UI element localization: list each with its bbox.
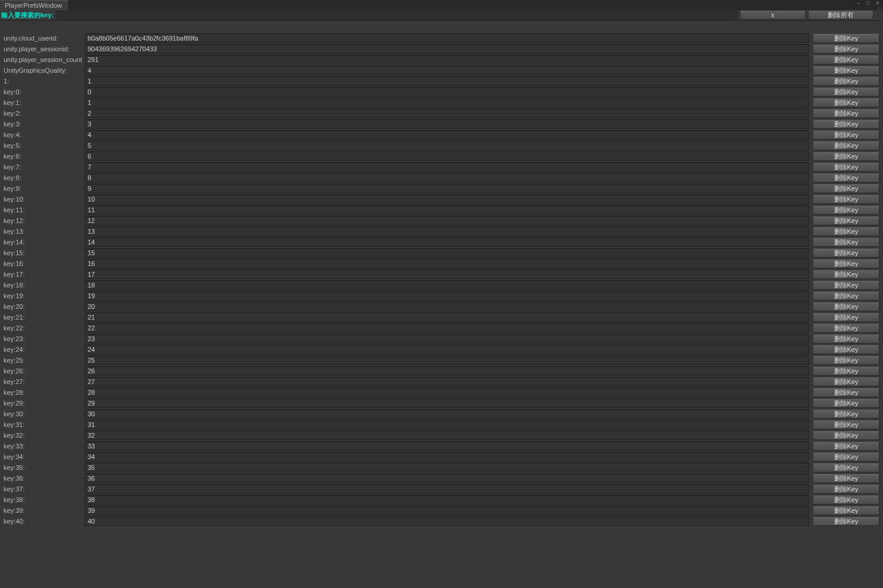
delete-key-button[interactable]: 删除Key bbox=[813, 496, 879, 505]
delete-key-button[interactable]: 删除Key bbox=[813, 184, 879, 193]
pref-value-input[interactable] bbox=[85, 87, 809, 97]
pref-value-input[interactable] bbox=[85, 194, 809, 204]
delete-key-button[interactable]: 删除Key bbox=[813, 120, 879, 129]
delete-key-button[interactable]: 删除Key bbox=[813, 335, 879, 343]
delete-key-button[interactable]: 删除Key bbox=[813, 356, 879, 365]
delete-key-button[interactable]: 删除Key bbox=[813, 98, 879, 107]
delete-key-button[interactable]: 删除Key bbox=[813, 66, 879, 75]
delete-key-button[interactable]: 删除Key bbox=[813, 410, 879, 419]
pref-value-input[interactable] bbox=[85, 76, 809, 86]
delete-key-button[interactable]: 删除Key bbox=[813, 345, 879, 354]
pref-value-input[interactable] bbox=[85, 44, 809, 54]
pref-value-input[interactable] bbox=[85, 431, 809, 440]
pref-value-input[interactable] bbox=[85, 452, 809, 462]
delete-key-button[interactable]: 删除Key bbox=[813, 55, 879, 64]
delete-key-button[interactable]: 删除Key bbox=[813, 292, 879, 301]
delete-key-button[interactable]: 删除Key bbox=[813, 453, 879, 462]
delete-key-button[interactable]: 删除Key bbox=[813, 431, 879, 440]
pref-value-input[interactable] bbox=[85, 291, 809, 301]
pref-value-input[interactable] bbox=[85, 355, 809, 365]
pref-value-input[interactable] bbox=[85, 377, 809, 386]
delete-key-button[interactable]: 删除Key bbox=[813, 442, 879, 451]
delete-key-button[interactable]: 删除Key bbox=[813, 420, 879, 429]
pref-value-input[interactable] bbox=[85, 270, 809, 279]
pref-value-input[interactable] bbox=[85, 312, 809, 322]
clear-search-button[interactable]: x bbox=[740, 11, 805, 20]
pref-value-input[interactable] bbox=[85, 420, 809, 429]
pref-value-input[interactable] bbox=[85, 151, 809, 161]
pref-value-input[interactable] bbox=[85, 66, 809, 75]
delete-key-button[interactable]: 删除Key bbox=[813, 163, 879, 172]
pref-value-input[interactable] bbox=[85, 141, 809, 150]
pref-value-input[interactable] bbox=[85, 205, 809, 215]
delete-key-button[interactable]: 删除Key bbox=[813, 517, 879, 526]
pref-value-input[interactable] bbox=[85, 484, 809, 494]
pref-value-input[interactable] bbox=[85, 237, 809, 247]
pref-value-input[interactable] bbox=[85, 495, 809, 505]
delete-key-button[interactable]: 删除Key bbox=[813, 195, 879, 204]
pref-value-input[interactable] bbox=[85, 109, 809, 118]
window-tab[interactable]: PlayerPrefsWindow bbox=[0, 0, 68, 10]
pref-value-input[interactable] bbox=[85, 366, 809, 376]
delete-key-button[interactable]: 删除Key bbox=[813, 281, 879, 290]
delete-key-button[interactable]: 删除Key bbox=[813, 313, 879, 322]
delete-key-button[interactable]: 删除Key bbox=[813, 152, 879, 161]
delete-key-button[interactable]: 删除Key bbox=[813, 367, 879, 376]
pref-value-input[interactable] bbox=[85, 463, 809, 472]
delete-key-button[interactable]: 删除Key bbox=[813, 206, 879, 215]
delete-key-button[interactable]: 删除Key bbox=[813, 388, 879, 397]
pref-value-input[interactable] bbox=[85, 506, 809, 515]
delete-key-button[interactable]: 删除Key bbox=[813, 485, 879, 494]
pref-value-input[interactable] bbox=[85, 388, 809, 397]
pref-value-input[interactable] bbox=[85, 227, 809, 236]
pref-value-input[interactable] bbox=[85, 302, 809, 311]
pref-value-input[interactable] bbox=[85, 474, 809, 483]
pref-value-input[interactable] bbox=[85, 216, 809, 225]
pref-value-input[interactable] bbox=[85, 441, 809, 451]
pref-value-input[interactable] bbox=[85, 173, 809, 182]
pref-value-input[interactable] bbox=[85, 130, 809, 140]
delete-key-button[interactable]: 删除Key bbox=[813, 399, 879, 408]
delete-key-button[interactable]: 删除Key bbox=[813, 324, 879, 333]
delete-key-button[interactable]: 删除Key bbox=[813, 109, 879, 118]
delete-key-button[interactable]: 删除Key bbox=[813, 302, 879, 311]
pref-value-input[interactable] bbox=[85, 55, 809, 64]
delete-key-button[interactable]: 删除Key bbox=[813, 88, 879, 97]
pref-value-input[interactable] bbox=[85, 280, 809, 290]
pref-value-input[interactable] bbox=[85, 98, 809, 107]
pref-value-input[interactable] bbox=[85, 259, 809, 268]
delete-key-button[interactable]: 删除Key bbox=[813, 141, 879, 150]
delete-key-button[interactable]: 删除Key bbox=[813, 131, 879, 140]
delete-all-button[interactable]: 删除所有 bbox=[808, 11, 873, 20]
delete-key-button[interactable]: 删除Key bbox=[813, 174, 879, 182]
pref-value-input[interactable] bbox=[85, 334, 809, 343]
pref-value-input[interactable] bbox=[85, 409, 809, 419]
delete-key-button[interactable]: 删除Key bbox=[813, 227, 879, 236]
pref-value-input[interactable] bbox=[85, 323, 809, 333]
pref-value-input[interactable] bbox=[85, 248, 809, 258]
pref-value-input[interactable] bbox=[85, 345, 809, 354]
delete-key-button[interactable]: 删除Key bbox=[813, 77, 879, 86]
delete-key-button[interactable]: 删除Key bbox=[813, 216, 879, 225]
delete-key-button[interactable]: 删除Key bbox=[813, 377, 879, 386]
delete-key-button[interactable]: 删除Key bbox=[813, 45, 879, 54]
pref-value-input[interactable] bbox=[85, 33, 809, 43]
pref-value-input[interactable] bbox=[85, 162, 809, 172]
minimize-icon[interactable]: – bbox=[854, 1, 863, 7]
close-icon[interactable]: × bbox=[873, 1, 882, 7]
delete-key-button[interactable]: 删除Key bbox=[813, 506, 879, 515]
delete-key-button[interactable]: 删除Key bbox=[813, 259, 879, 268]
maximize-icon[interactable]: □ bbox=[864, 1, 872, 7]
delete-key-button[interactable]: 删除Key bbox=[813, 238, 879, 247]
delete-key-button[interactable]: 删除Key bbox=[813, 249, 879, 258]
pref-value-input[interactable] bbox=[85, 398, 809, 408]
search-input[interactable] bbox=[56, 11, 738, 20]
drag-handle-icon[interactable]: •≡ bbox=[877, 7, 882, 10]
delete-key-button[interactable]: 删除Key bbox=[813, 474, 879, 483]
delete-key-button[interactable]: 删除Key bbox=[813, 34, 879, 43]
pref-value-input[interactable] bbox=[85, 119, 809, 129]
delete-key-button[interactable]: 删除Key bbox=[813, 270, 879, 279]
pref-value-input[interactable] bbox=[85, 184, 809, 193]
delete-key-button[interactable]: 删除Key bbox=[813, 463, 879, 472]
pref-value-input[interactable] bbox=[85, 516, 809, 526]
